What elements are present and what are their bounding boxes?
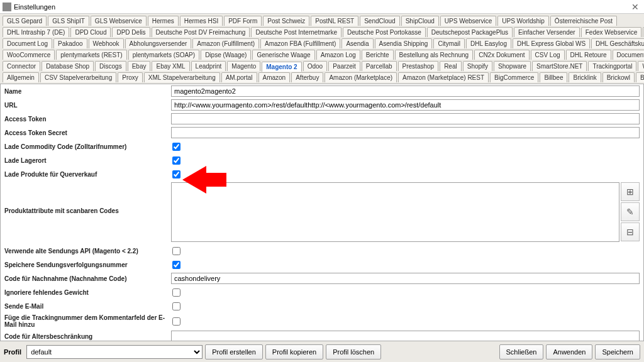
save-button[interactable]: Speichern (595, 344, 640, 359)
tab-hermes[interactable]: Hermes (148, 16, 179, 26)
tab-bigcommerce[interactable]: BigCommerce (490, 72, 538, 82)
alte-api-checkbox[interactable] (172, 247, 180, 255)
tab-afterbuy[interactable]: Afterbuy (291, 72, 323, 82)
tab-postnl-rest[interactable]: PostNL REST (311, 16, 358, 26)
tab-dhl-easylog[interactable]: DHL Easylog (466, 38, 511, 48)
commodity-checkbox[interactable] (172, 143, 180, 151)
close-button[interactable]: Schließen (499, 344, 544, 359)
tab-dhl-intraship-7-de-[interactable]: DHL Intraship 7 (DE) (3, 27, 69, 37)
tab-plentymarkets-soap-[interactable]: plentymarkets (SOAP) (128, 50, 199, 60)
tab-citymail[interactable]: Citymail (433, 38, 465, 48)
tab-magento[interactable]: Magento (227, 61, 260, 71)
produktattribute-listbox[interactable] (171, 182, 619, 242)
tab-amazon-marketplace-rest[interactable]: Amazon (Marketplace) REST (398, 72, 489, 82)
access-token-secret-input[interactable] (171, 127, 640, 138)
add-button[interactable]: ⊞ (621, 182, 640, 201)
tab-weclapp[interactable]: Weclapp (638, 61, 644, 71)
tab-leadprint[interactable]: Leadprint (191, 61, 226, 71)
tab-ups-worldship[interactable]: UPS Worldship (497, 16, 549, 26)
tab-csv-log[interactable]: CSV Log (531, 50, 565, 60)
alter-code-input[interactable] (171, 331, 640, 341)
tab-database-shop[interactable]: Database Shop (42, 61, 94, 71)
tab-document-log[interactable]: Document Log (3, 38, 52, 48)
tab-xml-stapelverarbeitung[interactable]: XML Stapelverarbeitung (144, 72, 220, 82)
ignoriere-gewicht-checkbox[interactable] (172, 288, 180, 297)
tab-brickscout[interactable]: Brickscout (636, 72, 644, 82)
tab-gls-gepard[interactable]: GLS Gepard (3, 16, 47, 26)
tab-webhook[interactable]: Webhook (89, 38, 124, 48)
tab-shopify[interactable]: Shopify (463, 61, 492, 71)
close-icon[interactable]: ✕ (629, 2, 641, 12)
tab-am-portal[interactable]: AM.portal (221, 72, 257, 82)
profile-delete-button[interactable]: Profil löschen (326, 344, 381, 359)
tab-ups-webservice[interactable]: UPS Webservice (440, 16, 496, 26)
tracking-kommentar-checkbox[interactable] (172, 317, 180, 326)
tab-dpd-cloud[interactable]: DPD Cloud (70, 27, 111, 37)
tab-generische-waage[interactable]: Generische Waage (252, 50, 314, 60)
profile-copy-button[interactable]: Profil kopieren (265, 344, 323, 359)
tab-smartstore-net[interactable]: SmartStore.NET (532, 61, 587, 71)
tab-deutschepost-packageplus[interactable]: Deutschepost PackagePlus (427, 27, 513, 37)
tab-plentymarkets-rest-[interactable]: plentymarkets (REST) (56, 50, 126, 60)
tab-ebay[interactable]: Ebay (128, 61, 151, 71)
tab-proxy[interactable]: Proxy (118, 72, 143, 82)
lagerort-checkbox[interactable] (172, 156, 180, 165)
tab-dhl-retoure[interactable]: DHL Retoure (566, 50, 611, 60)
tab-amazon-log[interactable]: Amazon Log (316, 50, 360, 60)
speichere-tracking-checkbox[interactable] (172, 261, 180, 269)
tab-bestellung-als-rechnung[interactable]: Bestellung als Rechnung (395, 50, 474, 60)
tab-pakadoo[interactable]: Pakadoo (53, 38, 87, 48)
tab-amazon-fba-fulfillment-[interactable]: Amazon FBA (Fulfillment) (260, 38, 340, 48)
tab--sterreichische-post[interactable]: Österreichische Post (550, 16, 617, 26)
tab-csv-stapelverarbeitung[interactable]: CSV Stapelverarbeitung (40, 72, 116, 82)
tab-einfacher-versender[interactable]: Einfacher Versender (514, 27, 580, 37)
tab-deutsche-post-portokasse[interactable]: Deutsche Post Portokasse (343, 27, 426, 37)
tab-shopware[interactable]: Shopware (494, 61, 531, 71)
tab-amazon-fulfillment-[interactable]: Amazon (Fulfillment) (192, 38, 259, 48)
tab-ebay-xml[interactable]: Ebay XML (152, 61, 189, 71)
tab-sendcloud[interactable]: SendCloud (360, 16, 399, 26)
name-input[interactable] (171, 85, 640, 97)
tab-bricklink[interactable]: Bricklink (569, 72, 601, 82)
tab-document-downloader[interactable]: Document Downloader (613, 50, 644, 60)
tab-allgemein[interactable]: Allgemein (3, 72, 39, 82)
tab-pdf-form[interactable]: PDF Form (224, 16, 262, 26)
tab-prestashop[interactable]: Prestashop (398, 61, 439, 71)
sende-email-checkbox[interactable] (172, 302, 180, 310)
tab-fedex-webservice[interactable]: Fedex Webservice (581, 27, 642, 37)
tab-magento-2[interactable]: Magento 2 (262, 62, 301, 72)
tab-trackingportal[interactable]: Trackingportal (588, 61, 636, 71)
delete-button[interactable]: ⊟ (621, 222, 640, 241)
tab-asendia-shipping[interactable]: Asendia Shipping (375, 38, 433, 48)
tab-odoo[interactable]: Odoo (303, 61, 327, 71)
tab-berichte[interactable]: Berichte (362, 50, 394, 60)
tab-shipcloud[interactable]: ShipCloud (401, 16, 439, 26)
tab-amazon-marketplace-[interactable]: Amazon (Marketplace) (325, 72, 397, 82)
tab-amazon[interactable]: Amazon (258, 72, 291, 82)
tab-paarzeit[interactable]: Paarzeit (328, 61, 360, 71)
tab-woocommerce[interactable]: WooCommerce (3, 50, 55, 60)
tab-hermes-hsi[interactable]: Hermes HSI (180, 16, 223, 26)
tab-abholungsversender[interactable]: Abholungsversender (125, 38, 192, 48)
tab-billbee[interactable]: Billbee (540, 72, 567, 82)
tab-connector[interactable]: Connector (3, 61, 40, 71)
nachnahme-code-input[interactable] (171, 273, 640, 284)
tab-cn2x-dokument[interactable]: CN2x Dokument (474, 50, 529, 60)
profile-select[interactable]: default (26, 345, 203, 359)
access-token-input[interactable] (171, 113, 640, 124)
tab-dpd-delis[interactable]: DPD Delis (112, 27, 150, 37)
apply-button[interactable]: Anwenden (546, 344, 592, 359)
querverkauf-checkbox[interactable] (172, 170, 180, 178)
url-input[interactable] (171, 99, 640, 111)
tab-asendia[interactable]: Asendia (341, 38, 373, 48)
tab-deutsche-post-dv-freimachung[interactable]: Deutsche Post DV Freimachung (152, 27, 250, 37)
tab-post-schweiz[interactable]: Post Schweiz (263, 16, 309, 26)
tab-discogs[interactable]: Discogs (95, 61, 126, 71)
profile-create-button[interactable]: Profil erstellen (205, 344, 263, 359)
tab-gls-webservice[interactable]: GLS Webservice (91, 16, 147, 26)
tab-real[interactable]: Real (440, 61, 462, 71)
tab-brickowl[interactable]: Brickowl (602, 72, 635, 82)
tab-dipse-waage-[interactable]: Dipse (Waage) (201, 50, 251, 60)
tab-deutsche-post-internetmarke[interactable]: Deutsche Post Internetmarke (251, 27, 341, 37)
tab-dhl-gesch-ftskundenversand[interactable]: DHL Geschäftskundenversand (591, 38, 644, 48)
